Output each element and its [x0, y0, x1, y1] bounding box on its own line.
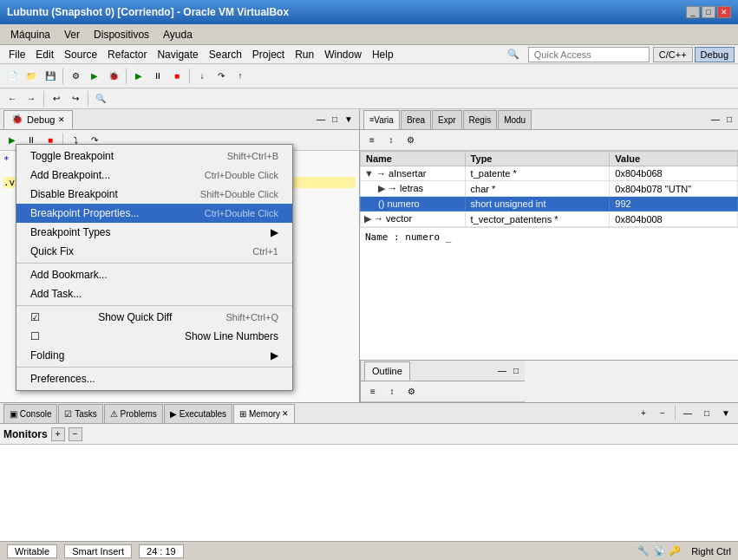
context-menu: Toggle Breakpoint Shift+Ctrl+B Add Break…	[16, 144, 293, 391]
menu-separator-2	[16, 305, 292, 306]
menu-add-bookmark[interactable]: Add Bookmark...	[16, 265, 292, 284]
menu-item-label: Folding	[30, 349, 64, 361]
menu-separator-3	[16, 367, 292, 368]
menu-item-label: Show Line Numbers	[185, 330, 278, 342]
menu-item-label: Add Task...	[30, 288, 82, 300]
menu-item-label: Breakpoint Types	[30, 226, 111, 238]
folding-submenu-arrow: ▶	[271, 349, 278, 361]
menu-item-label: Add Bookmark...	[30, 269, 108, 281]
menu-item-shortcut: Shift+Ctrl+B	[227, 151, 278, 161]
menu-item-label: Toggle Breakpoint	[30, 150, 114, 162]
menu-item-shortcut: Ctrl+Double Click	[205, 208, 278, 218]
menu-add-task[interactable]: Add Task...	[16, 284, 292, 303]
menu-disable-breakpoint[interactable]: Disable Breakpoint Shift+Double Click	[16, 185, 292, 204]
menu-preferences[interactable]: Preferences...	[16, 369, 292, 388]
menu-item-label: Disable Breakpoint	[30, 188, 118, 200]
menu-breakpoint-properties[interactable]: Breakpoint Properties... Ctrl+Double Cli…	[16, 204, 292, 223]
context-menu-overlay[interactable]: Toggle Breakpoint Shift+Ctrl+B Add Break…	[0, 0, 738, 560]
menu-item-label: Add Breakpoint...	[30, 169, 110, 181]
menu-item-label: Quick Fix	[30, 245, 74, 257]
menu-separator-1	[16, 263, 292, 264]
menu-item-shortcut: Ctrl+Double Click	[205, 170, 278, 180]
submenu-arrow: ▶	[271, 226, 278, 238]
menu-show-quick-diff[interactable]: ☑ Show Quick Diff Shift+Ctrl+Q	[16, 308, 292, 327]
menu-item-shortcut: Shift+Double Click	[200, 189, 278, 199]
menu-item-shortcut: Ctrl+1	[252, 246, 278, 257]
menu-quick-fix[interactable]: Quick Fix Ctrl+1	[16, 242, 292, 261]
menu-item-shortcut: Shift+Ctrl+Q	[225, 312, 278, 322]
menu-item-label: Show Quick Diff	[98, 311, 172, 323]
menu-item-label: Breakpoint Properties...	[30, 207, 139, 219]
menu-show-line-numbers[interactable]: ☐ Show Line Numbers	[16, 327, 292, 346]
menu-folding[interactable]: Folding ▶	[16, 346, 292, 365]
menu-item-label: Preferences...	[30, 373, 95, 385]
menu-toggle-breakpoint[interactable]: Toggle Breakpoint Shift+Ctrl+B	[16, 147, 292, 166]
checkbox-line-numbers: ☐	[30, 330, 41, 342]
menu-breakpoint-types[interactable]: Breakpoint Types ▶	[16, 223, 292, 242]
checkbox-quick-diff: ☑	[30, 311, 41, 323]
menu-add-breakpoint[interactable]: Add Breakpoint... Ctrl+Double Click	[16, 166, 292, 185]
